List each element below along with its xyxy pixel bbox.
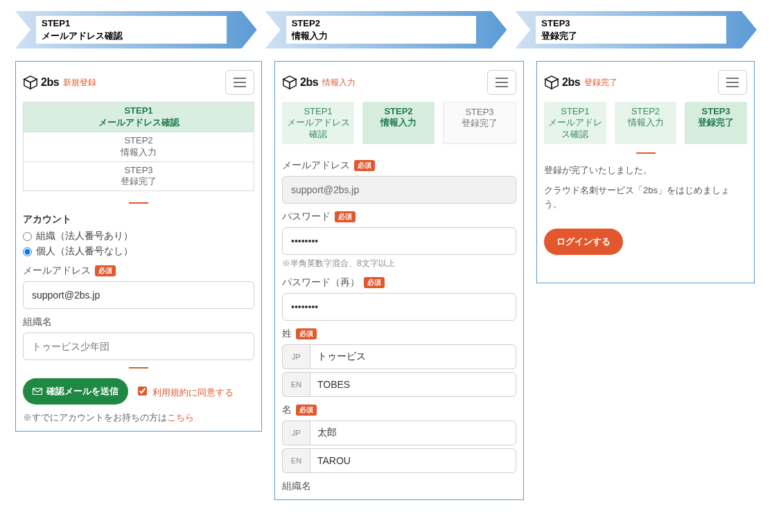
step-indicator-3: STEP3 登録完了 (24, 162, 254, 191)
header-step-1-title: STEP1 (42, 17, 221, 30)
completion-message-2: クラウド名刺サービス「2bs」をはじめましょう。 (544, 184, 747, 213)
password-input[interactable] (282, 227, 516, 255)
pill3-l1: STEP3 (687, 106, 744, 117)
breadcrumb: 新規登録 (63, 77, 96, 89)
header-step-3-sub: 登録完了 (541, 30, 721, 42)
header-step-1: STEP1 メールアドレス確認 (15, 11, 257, 48)
logo: 2bs (23, 75, 59, 90)
step1-line1: STEP1 (24, 105, 254, 117)
radio-individual-label: 個人（法人番号なし） (36, 245, 133, 258)
panel-step3: 2bs 登録完了 STEP1 メールアドレス確認 STEP2 情報入力 STEP… (536, 61, 755, 283)
hamburger-icon (234, 82, 246, 83)
org-input[interactable] (23, 332, 254, 360)
pill2-l2: 情報入力 (617, 117, 674, 128)
pill1-l1: STEP1 (547, 106, 604, 117)
required-badge: 必須 (364, 277, 385, 288)
password-label: パスワード 必須 (282, 211, 516, 223)
lastname-label-text: 姓 (282, 328, 292, 340)
password2-label-text: パスワード（再） (282, 276, 360, 289)
pill1-l2: メールアドレス確認 (285, 117, 351, 140)
pill2-l1: STEP2 (365, 106, 432, 117)
existing-prefix: ※すでにアカウントをお持ちの方は (23, 412, 167, 423)
required-badge: 必須 (296, 328, 317, 339)
header-step-2-title: STEP2 (292, 17, 471, 30)
logo-text: 2bs (300, 76, 318, 89)
pill-step1: STEP1 メールアドレス確認 (282, 102, 354, 144)
send-confirmation-button[interactable]: 確認メールを送信 (23, 378, 128, 405)
agree-terms[interactable]: 利用規約に同意する (135, 384, 234, 399)
logo: 2bs (544, 75, 580, 90)
envelope-icon (33, 388, 42, 395)
firstname-jp-input[interactable] (310, 420, 516, 445)
step2-line1: STEP2 (24, 135, 254, 147)
pill3-l2: 登録完了 (446, 118, 513, 129)
pill1-l1: STEP1 (285, 106, 351, 117)
menu-button[interactable] (225, 70, 254, 95)
radio-individual-input[interactable] (23, 247, 32, 256)
password2-input[interactable] (282, 293, 516, 321)
password-label-text: パスワード (282, 211, 331, 223)
prefix-jp: JP (282, 420, 310, 445)
step3-line2: 登録完了 (24, 176, 254, 188)
pill-step3: STEP3 登録完了 (685, 102, 747, 144)
email-input[interactable] (23, 281, 254, 309)
panel-step1: 2bs 新規登録 STEP1 メールアドレス確認 STEP2 情報入力 STEP… (15, 61, 262, 432)
prefix-en: EN (282, 372, 310, 397)
header-step-2: STEP2 情報入力 (265, 11, 507, 48)
step-indicator-stack: STEP1 メールアドレス確認 STEP2 情報入力 STEP3 登録完了 (23, 102, 254, 191)
pill3-l1: STEP3 (446, 107, 513, 118)
firstname-en-input[interactable] (310, 448, 516, 473)
login-button-label: ログインする (556, 236, 611, 248)
cube-icon (23, 75, 38, 90)
agree-checkbox[interactable] (138, 387, 147, 396)
pill3-l2: 登録完了 (687, 117, 744, 128)
panel-step2: 2bs 情報入力 STEP1 メールアドレス確認 STEP2 情報入力 STEP… (274, 61, 524, 500)
cube-icon (282, 75, 297, 90)
email-label: メールアドレス 必須 (282, 159, 516, 172)
menu-button[interactable] (487, 70, 516, 95)
breadcrumb: 登録完了 (584, 77, 617, 89)
lastname-jp-input[interactable] (310, 344, 516, 369)
step2-line2: 情報入力 (24, 147, 254, 159)
step-indicator-pills: STEP1 メールアドレス確認 STEP2 情報入力 STEP3 登録完了 (544, 102, 747, 144)
agree-label-text: 利用規約に同意する (152, 387, 234, 398)
radio-organization[interactable]: 組織（法人番号あり） (23, 230, 254, 242)
required-badge: 必須 (335, 211, 356, 222)
logo-text: 2bs (562, 76, 580, 89)
menu-button[interactable] (718, 70, 747, 95)
radio-individual[interactable]: 個人（法人番号なし） (23, 245, 254, 258)
step3-line1: STEP3 (24, 165, 254, 177)
step-headers: STEP1 メールアドレス確認 STEP2 情報入力 STEP3 登録完了 (15, 11, 757, 48)
pill2-l2: 情報入力 (365, 117, 432, 128)
divider (636, 152, 656, 154)
existing-link[interactable]: こちら (167, 412, 194, 423)
required-badge: 必須 (354, 160, 375, 171)
lastname-label: 姓 必須 (282, 328, 516, 340)
email-label: メールアドレス 必須 (23, 265, 254, 277)
email-label-text: メールアドレス (282, 159, 350, 172)
app-header: 2bs 情報入力 (282, 69, 516, 102)
app-header: 2bs 新規登録 (23, 69, 254, 102)
required-badge: 必須 (296, 405, 317, 416)
orgname-cut-text: 組織名 (282, 480, 311, 493)
pill-step2: STEP2 情報入力 (615, 102, 677, 144)
logo-text: 2bs (41, 76, 59, 88)
radio-organization-input[interactable] (23, 232, 32, 241)
divider (129, 367, 148, 369)
org-label: 組織名 (23, 316, 254, 328)
radio-organization-label: 組織（法人番号あり） (36, 230, 133, 242)
password2-label: パスワード（再） 必須 (282, 276, 516, 289)
header-step-1-sub: メールアドレス確認 (42, 30, 221, 42)
pill-step1: STEP1 メールアドレス確認 (544, 102, 606, 144)
pill2-l1: STEP2 (617, 106, 674, 117)
cube-icon (544, 75, 559, 90)
orgname-cut-label: 組織名 (282, 480, 516, 493)
prefix-en: EN (282, 448, 310, 473)
hamburger-icon (726, 82, 739, 83)
pill1-l2: メールアドレス確認 (547, 117, 604, 140)
lastname-en-input[interactable] (310, 372, 516, 397)
email-input-readonly (282, 176, 516, 204)
completion-message-1: 登録が完了いたしました。 (544, 163, 747, 178)
step-indicator-pills: STEP1 メールアドレス確認 STEP2 情報入力 STEP3 登録完了 (282, 102, 516, 144)
login-button[interactable]: ログインする (544, 229, 623, 255)
